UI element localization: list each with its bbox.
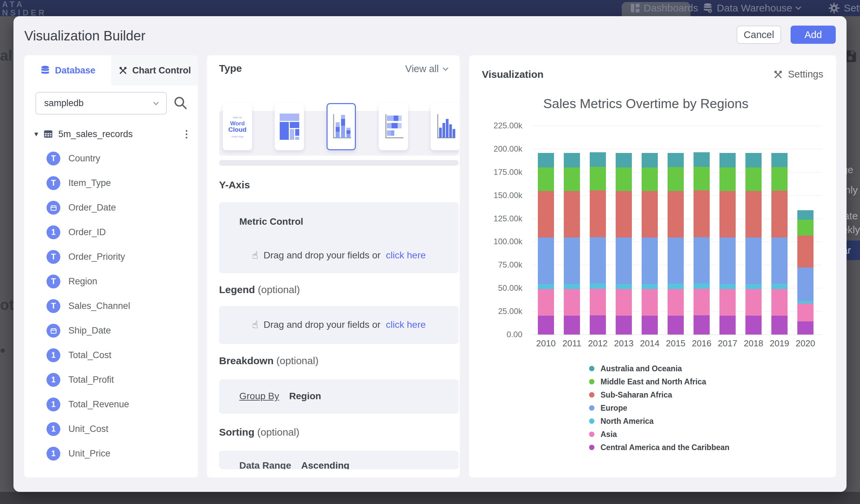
bar-segment bbox=[797, 304, 814, 321]
legend-item[interactable]: Asia bbox=[589, 430, 730, 438]
bar-segment bbox=[745, 289, 762, 316]
bar-segment bbox=[771, 237, 788, 284]
bar-segment bbox=[771, 153, 788, 167]
chart-type-card-treemap[interactable] bbox=[275, 103, 304, 150]
bar-segment bbox=[590, 152, 606, 167]
field-item-Order_ID[interactable]: 1Order_ID bbox=[46, 220, 191, 245]
nav-label-data-warehouse: Data Warehouse bbox=[717, 2, 792, 14]
bar-segment bbox=[642, 237, 658, 284]
search-icon[interactable] bbox=[173, 95, 189, 111]
chart-type-card-stacked-bar-chart[interactable] bbox=[327, 103, 356, 150]
horizontal-scrollbar[interactable] bbox=[219, 160, 459, 166]
date-field-icon bbox=[46, 324, 60, 337]
field-name: Region bbox=[68, 276, 97, 287]
legend-drop-hint: ☝ Drag and drop your fields or click her… bbox=[219, 319, 459, 331]
tab-database-label: Database bbox=[55, 66, 95, 76]
kebab-menu-icon[interactable] bbox=[184, 128, 189, 141]
field-list: TCountryTItem_TypeOrder_Date1Order_IDTOr… bbox=[46, 146, 191, 466]
legend-item[interactable]: Sub-Saharan Africa bbox=[589, 391, 730, 399]
x-axis-tick-label: 2016 bbox=[688, 338, 715, 349]
stacked-bar-2012 bbox=[590, 152, 606, 334]
legend-color-dot bbox=[589, 418, 594, 424]
x-axis-tick-label: 2019 bbox=[766, 338, 793, 349]
field-name: Unit_Price bbox=[68, 448, 111, 459]
legend-item[interactable]: Middle East and North Africa bbox=[589, 378, 730, 386]
legend-label: Sub-Saharan Africa bbox=[601, 390, 672, 400]
field-item-Country[interactable]: TCountry bbox=[46, 146, 191, 171]
y-axis-tick-label: 175.00k bbox=[472, 168, 522, 177]
bar-segment bbox=[693, 190, 710, 237]
field-item-Order_Date[interactable]: Order_Date bbox=[46, 196, 191, 220]
tab-database[interactable]: Database bbox=[24, 55, 111, 86]
bar-segment bbox=[745, 168, 762, 191]
legend-item[interactable]: Australia and Oceania bbox=[589, 364, 730, 373]
nav-item-dashboards[interactable]: Dashboards bbox=[631, 0, 698, 16]
breakdown-card[interactable]: Group By Region bbox=[219, 379, 459, 414]
field-item-Unit_Cost[interactable]: 1Unit_Cost bbox=[46, 417, 191, 441]
add-button[interactable]: Add bbox=[791, 26, 836, 44]
legend-color-dot bbox=[589, 366, 594, 371]
metric-control-dropzone[interactable]: Metric Control ☝ Drag and drop your fiel… bbox=[219, 202, 459, 273]
bar-segment bbox=[564, 191, 580, 237]
x-axis-tick-label: 2020 bbox=[792, 338, 819, 349]
legend-color-dot bbox=[589, 392, 594, 398]
chart-type-card-horizontal-stacked-bar-chart[interactable] bbox=[379, 103, 408, 150]
legend-color-dot bbox=[589, 379, 594, 385]
metric-click-here-link[interactable]: click here bbox=[386, 250, 426, 261]
bar-segment bbox=[616, 284, 632, 289]
table-tree-item[interactable]: ▾ 5m_sales_records bbox=[34, 127, 189, 142]
settings-button[interactable]: Settings bbox=[773, 69, 823, 80]
sorting-field-label[interactable]: Data Range bbox=[239, 460, 291, 469]
group-by-label[interactable]: Group By bbox=[239, 391, 279, 401]
visualization-panel: Visualization Settings Sales Metrics Ove… bbox=[469, 55, 836, 477]
field-item-Item_Type[interactable]: TItem_Type bbox=[46, 171, 191, 196]
bar-segment bbox=[616, 153, 632, 167]
number-field-icon: 1 bbox=[46, 373, 60, 387]
field-item-Region[interactable]: TRegion bbox=[46, 269, 191, 294]
field-item-Total_Profit[interactable]: 1Total_Profit bbox=[46, 368, 191, 392]
field-item-Total_Cost[interactable]: 1Total_Cost bbox=[46, 343, 191, 368]
sorting-value[interactable]: Ascending bbox=[301, 460, 349, 469]
bar-segment bbox=[642, 191, 658, 237]
database-select-value: sampledb bbox=[44, 98, 84, 109]
bar-segment bbox=[668, 289, 684, 316]
text-field-icon: T bbox=[46, 299, 60, 313]
field-item-Sales_Channel[interactable]: TSales_Channel bbox=[46, 294, 191, 318]
database-select[interactable]: sampledb bbox=[35, 92, 167, 115]
bar-segment bbox=[538, 289, 554, 316]
breakdown-optional-text: (optional) bbox=[276, 355, 318, 366]
group-by-value[interactable]: Region bbox=[289, 391, 321, 401]
legend-item[interactable]: Europe bbox=[589, 404, 730, 412]
bar-segment bbox=[668, 237, 684, 284]
chart-type-card-column-chart[interactable] bbox=[431, 103, 460, 150]
field-item-Total_Revenue[interactable]: 1Total_Revenue bbox=[46, 392, 191, 417]
tab-chart-control[interactable]: Chart Control bbox=[111, 55, 198, 86]
y-axis-heading: Y-Axis bbox=[219, 179, 250, 191]
caret-down-icon[interactable]: ▾ bbox=[34, 130, 38, 139]
y-axis-tick-label: 100.00k bbox=[472, 237, 522, 246]
field-name: Ship_Date bbox=[68, 326, 111, 336]
field-item-Unit_Price[interactable]: 1Unit_Price bbox=[46, 441, 191, 466]
legend-dropzone[interactable]: ☝ Drag and drop your fields or click her… bbox=[219, 306, 459, 344]
bar-segment bbox=[642, 168, 658, 191]
bar-segment bbox=[538, 191, 554, 237]
view-all-button[interactable]: View all bbox=[405, 63, 447, 74]
sorting-card[interactable]: Data Range Ascending bbox=[219, 451, 459, 469]
app-logo: ATA NSIDER bbox=[2, 0, 47, 17]
cancel-button[interactable]: Cancel bbox=[737, 26, 781, 44]
nav-item-settings[interactable]: Settin bbox=[828, 0, 860, 16]
legend-click-here-link[interactable]: click here bbox=[386, 319, 426, 330]
text-field-icon: T bbox=[46, 152, 60, 165]
chart-type-card-word-cloud[interactable]: data vizWordCloudchart map bbox=[223, 103, 252, 150]
field-name: Order_Date bbox=[68, 202, 116, 213]
drop-hint-text: Drag and drop your fields or bbox=[263, 319, 381, 330]
stacked-bar-2013 bbox=[616, 153, 632, 334]
logo-line-1: ATA bbox=[2, 0, 47, 9]
screenshot-root: ATA NSIDER Dashboards Data Warehouse bbox=[0, 0, 860, 504]
legend-item[interactable]: North America bbox=[589, 417, 730, 425]
field-item-Ship_Date[interactable]: Ship_Date bbox=[46, 318, 191, 343]
nav-item-data-warehouse[interactable]: Data Warehouse bbox=[703, 0, 800, 16]
field-item-Order_Priority[interactable]: TOrder_Priority bbox=[46, 245, 191, 269]
bar-segment bbox=[642, 289, 658, 316]
legend-item[interactable]: Central America and the Caribbean bbox=[589, 443, 730, 451]
